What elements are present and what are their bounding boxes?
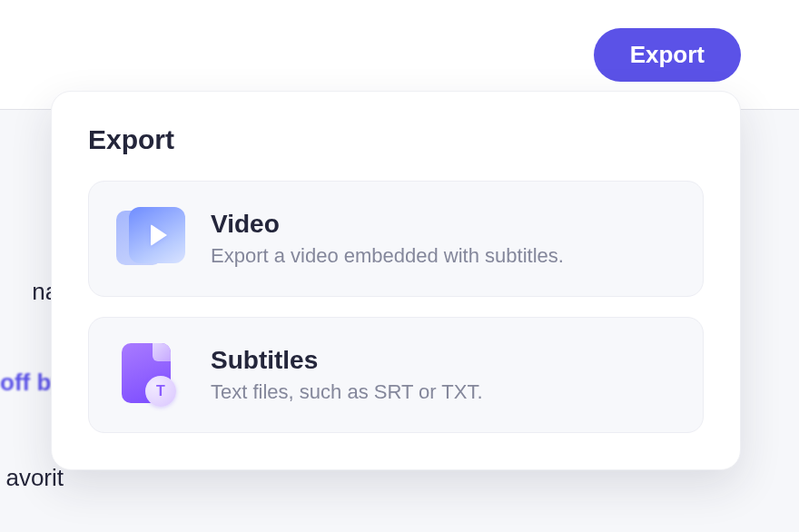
- option-title: Subtitles: [211, 346, 676, 375]
- video-icon: [116, 207, 185, 271]
- option-description: Export a video embedded with subtitles.: [211, 244, 676, 268]
- export-button[interactable]: Export: [594, 28, 741, 82]
- subtitles-icon: T: [116, 343, 185, 407]
- option-description: Text files, such as SRT or TXT.: [211, 380, 676, 404]
- text-badge-icon: T: [145, 376, 176, 407]
- background-text-fragment: avorit: [0, 464, 64, 492]
- dropdown-title: Export: [88, 124, 704, 155]
- option-title: Video: [211, 210, 676, 239]
- export-option-video[interactable]: Video Export a video embedded with subti…: [88, 181, 704, 297]
- export-option-subtitles[interactable]: T Subtitles Text files, such as SRT or T…: [88, 317, 704, 433]
- export-dropdown: Export Video Export a video embedded wit…: [51, 91, 741, 470]
